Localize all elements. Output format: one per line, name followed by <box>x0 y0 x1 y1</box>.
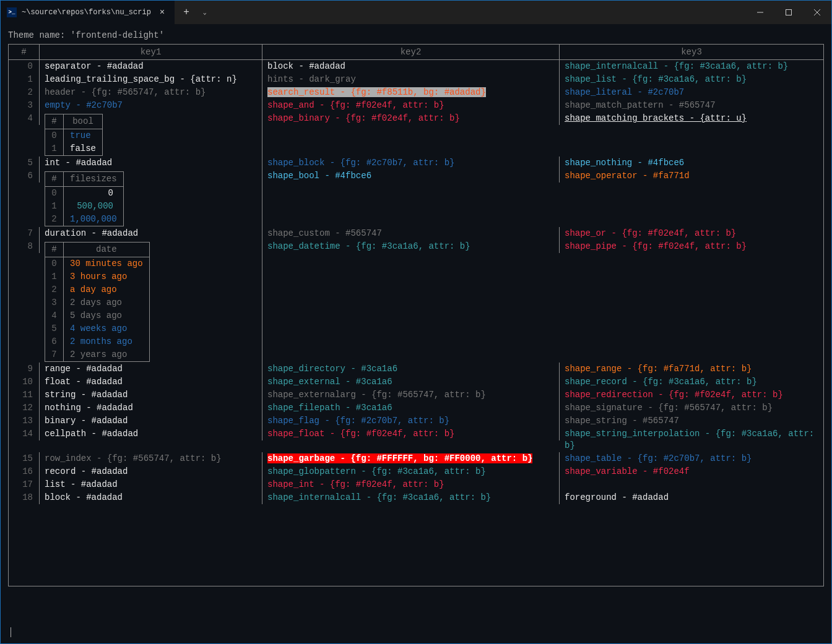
table-row: 4#bool0true1falseshape_binary - {fg: #f0… <box>9 112 823 157</box>
cell-text: shape_record - {fg: #3ca1a6, attr: b} <box>565 377 757 387</box>
cell-text: list - #adadad <box>45 479 118 489</box>
cell-text: shape_custom - #565747 <box>267 228 382 238</box>
cell-text: shape_float - {fg: #f02e4f, attr: b} <box>267 429 454 439</box>
cell-text: shape_nothing - #4fbce6 <box>565 158 684 168</box>
table-row: 16record - #adadadshape_globpattern - {f… <box>9 465 823 478</box>
header-key2: key2 <box>262 45 560 59</box>
table-row: 2header - {fg: #565747, attr: b}search_r… <box>9 86 823 99</box>
table-row: 18block - #adadadshape_internalcall - {f… <box>9 491 823 504</box>
cell-text: shape_literal - #2c70b7 <box>565 87 684 97</box>
cell-text: shape_internalcall - {fg: #3ca1a6, attr:… <box>565 61 788 71</box>
cell-text: shape_internalcall - {fg: #3ca1a6, attr:… <box>267 492 491 502</box>
cell-text: float - #adadad <box>45 377 123 387</box>
cell-text: foreground - #adadad <box>565 492 669 502</box>
cell-text: shape_int - {fg: #f02e4f, attr: b} <box>267 479 444 489</box>
table-row: 17list - #adadadshape_int - {fg: #f02e4f… <box>9 478 823 491</box>
minimize-button[interactable] <box>746 1 774 24</box>
terminal-content[interactable]: Theme name: 'frontend-delight' # key1 ke… <box>1 24 831 643</box>
table-row: 1leading_trailing_space_bg - {attr: n}hi… <box>9 73 823 86</box>
close-icon[interactable]: × <box>156 6 168 19</box>
tab-dropdown-button[interactable]: ⌄ <box>198 9 212 16</box>
cell-text: shape_datetime - {fg: #3ca1a6, attr: b} <box>267 241 470 251</box>
cell-text: hints - dark_gray <box>267 74 356 84</box>
cell-text: shape_block - {fg: #2c70b7, attr: b} <box>267 158 454 168</box>
table-row: 6#filesizes001500,00021,000,000shape_boo… <box>9 170 823 227</box>
cell-text: search_result - {fg: #f8511b, bg: #adada… <box>267 87 486 97</box>
cell-text: range - #adadad <box>45 364 123 374</box>
table-row: 8#date030 minutes ago13 hours ago2a day … <box>9 240 823 363</box>
table-row: 14cellpath - #adadadshape_float - {fg: #… <box>9 427 823 452</box>
header-key1: key1 <box>40 45 262 59</box>
cell-text: shape_and - {fg: #f02e4f, attr: b} <box>267 100 444 110</box>
cell-text: shape_matching_brackets - {attr: u} <box>565 113 747 123</box>
cell-text: shape_redirection - {fg: #f02e4f, attr: … <box>565 390 783 400</box>
svg-rect-1 <box>786 10 792 15</box>
cell-text: shape_table - {fg: #2c70b7, attr: b} <box>565 453 752 463</box>
cell-text: duration - #adadad <box>45 228 138 238</box>
powershell-icon: >_ <box>7 7 17 17</box>
nested-table: #bool0true1false <box>45 114 103 156</box>
cell-text: shape_bool - #4fbce6 <box>267 171 371 181</box>
table-row: 12nothing - #adadadshape_filepath - #3ca… <box>9 401 823 414</box>
cell-text: shape_directory - #3ca1a6 <box>267 364 397 374</box>
table-row: 0separator - #adadadblock - #adadadshape… <box>9 60 823 73</box>
cell-text: shape_signature - {fg: #565747, attr: b} <box>565 403 773 413</box>
cell-text: leading_trailing_space_bg - {attr: n} <box>45 74 237 84</box>
table-row: 11string - #adadadshape_externalarg - {f… <box>9 389 823 401</box>
nested-table: #date030 minutes ago13 hours ago2a day a… <box>45 242 150 362</box>
prompt-cursor[interactable] <box>11 627 11 637</box>
table-row: 13binary - #adadadshape_flag - {fg: #2c7… <box>9 414 823 427</box>
cell-text: shape_flag - {fg: #2c70b7, attr: b} <box>267 416 449 426</box>
cell-text: shape_binary - {fg: #f02e4f, attr: b} <box>267 113 460 123</box>
theme-table: # key1 key2 key3 0separator - #adadadblo… <box>8 44 824 586</box>
maximize-button[interactable] <box>774 1 803 24</box>
cell-text: block - #adadad <box>267 61 345 71</box>
cell-text: nothing - #adadad <box>45 403 133 413</box>
header-key3: key3 <box>560 45 823 59</box>
header-num: # <box>9 45 40 59</box>
table-row: 9range - #adadadshape_directory - #3ca1a… <box>9 363 823 376</box>
cell-text: binary - #adadad <box>45 416 128 426</box>
titlebar: >_ ~\source\repos\forks\nu_scrip × + ⌄ <box>1 1 831 24</box>
cell-text: empty - #2c70b7 <box>45 100 123 110</box>
table-row: 3empty - #2c70b7shape_and - {fg: #f02e4f… <box>9 99 823 112</box>
nested-table: #filesizes001500,00021,000,000 <box>45 171 124 226</box>
cell-text: shape_string - #565747 <box>565 416 679 426</box>
cell-text: shape_garbage - {fg: #FFFFFF, bg: #FF000… <box>267 453 532 463</box>
new-tab-button[interactable]: + <box>175 7 198 18</box>
cell-text: int - #adadad <box>45 158 112 168</box>
cell-text: cellpath - #adadad <box>45 429 138 439</box>
tab-title: ~\source\repos\forks\nu_scrip <box>22 8 151 17</box>
cell-text: shape_external - #3ca1a6 <box>267 377 392 387</box>
cell-text: row_index - {fg: #565747, attr: b} <box>45 453 222 463</box>
tab-active[interactable]: >_ ~\source\repos\forks\nu_scrip × <box>1 1 175 24</box>
cell-text: shape_or - {fg: #f02e4f, attr: b} <box>565 228 736 238</box>
table-row: 15row_index - {fg: #565747, attr: b}shap… <box>9 452 823 465</box>
cell-text: shape_string_interpolation - {fg: #3ca1a… <box>565 429 814 450</box>
cell-text: shape_pipe - {fg: #f02e4f, attr: b} <box>565 241 747 251</box>
cell-text: header - {fg: #565747, attr: b} <box>45 87 206 97</box>
table-row: 5int - #adadadshape_block - {fg: #2c70b7… <box>9 157 823 170</box>
cell-text: shape_operator - #fa771d <box>565 171 690 181</box>
cell-text: block - #adadad <box>45 492 123 502</box>
cell-text: shape_match_pattern - #565747 <box>565 100 716 110</box>
cell-text: shape_filepath - #3ca1a6 <box>267 403 392 413</box>
cell-text: shape_variable - #f02e4f <box>565 466 690 476</box>
close-window-button[interactable] <box>803 1 831 24</box>
theme-name-line: Theme name: 'frontend-delight' <box>8 30 824 40</box>
cell-text: shape_list - {fg: #3ca1a6, attr: b} <box>565 74 747 84</box>
cell-text: string - #adadad <box>45 390 128 400</box>
cell-text: shape_externalarg - {fg: #565747, attr: … <box>267 390 486 400</box>
cell-text: separator - #adadad <box>45 61 144 71</box>
cell-text: shape_range - {fg: #fa771d, attr: b} <box>565 364 752 374</box>
table-row: 7duration - #adadadshape_custom - #56574… <box>9 227 823 240</box>
table-row: 10float - #adadadshape_external - #3ca1a… <box>9 376 823 389</box>
cell-text: shape_globpattern - {fg: #3ca1a6, attr: … <box>267 466 486 476</box>
cell-text: record - #adadad <box>45 466 128 476</box>
